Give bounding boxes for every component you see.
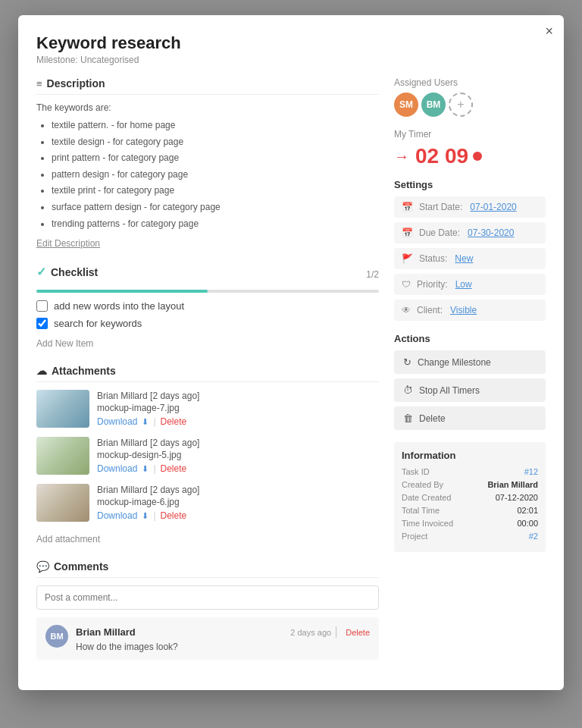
comments-title: 💬 Comments bbox=[36, 560, 379, 578]
avatar-row: SM BM + bbox=[394, 93, 546, 117]
timer-value: 02 09 bbox=[415, 144, 468, 168]
attachment-thumb-2 bbox=[36, 437, 89, 475]
info-row-created-by: Created By Brian Millard bbox=[402, 480, 538, 489]
left-column: ≡ Description The keywords are: textile … bbox=[36, 77, 379, 675]
download-icon-3: ⬇ bbox=[142, 511, 149, 521]
download-icon-2: ⬇ bbox=[142, 464, 149, 474]
client-value[interactable]: Visible bbox=[450, 305, 477, 315]
attachment-filename-1: mockup-image-7.jpg bbox=[97, 403, 379, 413]
flag-icon: 🚩 bbox=[402, 253, 413, 264]
attachment-item-3: Brian Millard [2 days ago] mockup-image-… bbox=[36, 484, 379, 522]
description-intro: The keywords are: bbox=[36, 102, 379, 113]
attachment-item-2: Brian Millard [2 days ago] mockup-design… bbox=[36, 437, 379, 475]
status-value[interactable]: New bbox=[455, 253, 473, 264]
list-item: pattern design - for category page bbox=[52, 167, 379, 184]
checklist-progress-bar bbox=[36, 290, 379, 293]
info-row-total-time: Total Time 02:01 bbox=[402, 506, 538, 515]
actions-title: Actions bbox=[394, 333, 546, 344]
attachment-info-1: Brian Millard [2 days ago] mockup-image-… bbox=[97, 391, 379, 427]
setting-status: 🚩 Status: New bbox=[394, 248, 546, 269]
project-value[interactable]: #2 bbox=[529, 532, 538, 541]
assigned-users-section: Assigned Users SM BM + bbox=[394, 77, 546, 117]
actions-section: Actions ↻ Change Milestone ⏱ Stop All Ti… bbox=[394, 333, 546, 430]
refresh-icon: ↻ bbox=[403, 356, 411, 368]
add-checklist-item-link[interactable]: Add New Item bbox=[36, 338, 93, 349]
info-row-time-invoiced: Time Invoiced 00:00 bbox=[402, 519, 538, 528]
stop-timers-button[interactable]: ⏱ Stop All Timers bbox=[394, 378, 546, 402]
priority-value[interactable]: Low bbox=[455, 279, 472, 290]
description-list: textile pattern. - for home page textile… bbox=[36, 118, 379, 232]
add-user-button[interactable]: + bbox=[449, 93, 473, 117]
avatar-1: SM bbox=[394, 93, 418, 117]
edit-description-link[interactable]: Edit Description bbox=[36, 238, 100, 249]
comment-time-1: 2 days ago bbox=[290, 628, 331, 637]
checklist-checkbox-2[interactable] bbox=[36, 318, 48, 329]
setting-priority: 🛡 Priority: Low bbox=[394, 274, 546, 295]
attachments-icon: ☁ bbox=[36, 365, 47, 377]
attachment-author-1: Brian Millard [2 days ago] bbox=[97, 391, 379, 401]
timer-section: My Timer → 02 09 bbox=[394, 129, 546, 168]
download-link-3[interactable]: Download bbox=[97, 510, 137, 521]
eye-icon: 👁 bbox=[402, 305, 411, 315]
attachment-info-2: Brian Millard [2 days ago] mockup-design… bbox=[97, 438, 379, 474]
created-by-value: Brian Millard bbox=[487, 480, 538, 489]
calendar-icon-1: 📅 bbox=[402, 202, 413, 212]
timer-arrow-icon: → bbox=[394, 148, 409, 165]
attachment-author-3: Brian Millard [2 days ago] bbox=[97, 485, 379, 495]
list-item: textile design - for category page bbox=[52, 134, 379, 151]
checklist-checkbox-1[interactable] bbox=[36, 300, 48, 312]
attachment-filename-2: mockup-design-5.jpg bbox=[97, 450, 379, 460]
setting-due-date: 📅 Due Date: 07-30-2020 bbox=[394, 222, 546, 243]
list-item: textile pattern. - for home page bbox=[52, 118, 379, 134]
attachment-thumb-1 bbox=[36, 390, 89, 428]
checklist-header: ✓ Checklist 1/2 bbox=[36, 265, 379, 284]
change-milestone-button[interactable]: ↻ Change Milestone bbox=[394, 350, 546, 374]
modal-title: Keyword research bbox=[36, 33, 181, 53]
delete-link-3[interactable]: Delete bbox=[161, 510, 187, 521]
comment-text-1: How do the images look? bbox=[76, 642, 370, 652]
checklist-count: 1/2 bbox=[366, 269, 379, 280]
modal-header: Keyword research Milestone: Uncategorise… bbox=[36, 33, 546, 65]
comment-input[interactable] bbox=[36, 585, 379, 610]
due-date-value[interactable]: 07-30-2020 bbox=[468, 228, 514, 238]
attachment-author-2: Brian Millard [2 days ago] bbox=[97, 438, 379, 448]
timer-active-dot bbox=[473, 152, 482, 161]
trash-icon: 🗑 bbox=[403, 413, 413, 424]
avatar-2: BM bbox=[421, 93, 446, 117]
timer-icon: ⏱ bbox=[403, 384, 413, 396]
add-attachment-link[interactable]: Add attachment bbox=[36, 534, 100, 544]
date-created-value: 07-12-2020 bbox=[496, 493, 538, 502]
comments-icon: 💬 bbox=[36, 560, 49, 573]
list-item: trending patterns - for category page bbox=[52, 216, 379, 233]
setting-start-date: 📅 Start Date: 07-01-2020 bbox=[394, 196, 546, 218]
list-item: surface pattern design - for category pa… bbox=[52, 199, 379, 216]
shield-icon: 🛡 bbox=[402, 279, 411, 290]
attachments-title: ☁ Attachments bbox=[36, 365, 379, 382]
right-column: Assigned Users SM BM + My Timer bbox=[394, 77, 546, 675]
attachment-thumb-3 bbox=[36, 484, 89, 522]
comment-avatar-1: BM bbox=[45, 625, 68, 648]
list-item: textile print - for category page bbox=[52, 183, 379, 199]
comment-item-1: BM Brian Millard 2 days ago | Delete bbox=[36, 617, 379, 660]
task-modal: × Keyword research Milestone: Uncategori… bbox=[18, 15, 564, 690]
calendar-icon-2: 📅 bbox=[402, 228, 413, 238]
comment-author-1: Brian Millard bbox=[76, 626, 136, 638]
comments-section: 💬 Comments BM Brian Millard 2 days bbox=[36, 560, 379, 660]
information-title: Information bbox=[402, 450, 538, 461]
checklist-title: ✓ Checklist bbox=[36, 265, 98, 284]
task-id-value[interactable]: #12 bbox=[524, 467, 538, 476]
info-row-project: Project #2 bbox=[402, 532, 538, 541]
close-button[interactable]: × bbox=[545, 24, 553, 38]
start-date-value[interactable]: 07-01-2020 bbox=[470, 202, 516, 212]
timer-display: → 02 09 bbox=[394, 144, 546, 168]
comment-delete-1[interactable]: Delete bbox=[346, 628, 370, 637]
delete-button[interactable]: 🗑 Delete bbox=[394, 406, 546, 430]
delete-link-2[interactable]: Delete bbox=[161, 463, 187, 474]
attachment-item-1: Brian Millard [2 days ago] mockup-image-… bbox=[36, 390, 379, 428]
modal-subtitle: Milestone: Uncategorised bbox=[36, 55, 181, 65]
download-link-1[interactable]: Download bbox=[97, 416, 137, 427]
delete-link-1[interactable]: Delete bbox=[161, 416, 187, 427]
checklist-icon: ✓ bbox=[36, 265, 46, 279]
download-link-2[interactable]: Download bbox=[97, 463, 137, 474]
setting-client: 👁 Client: Visible bbox=[394, 300, 546, 321]
